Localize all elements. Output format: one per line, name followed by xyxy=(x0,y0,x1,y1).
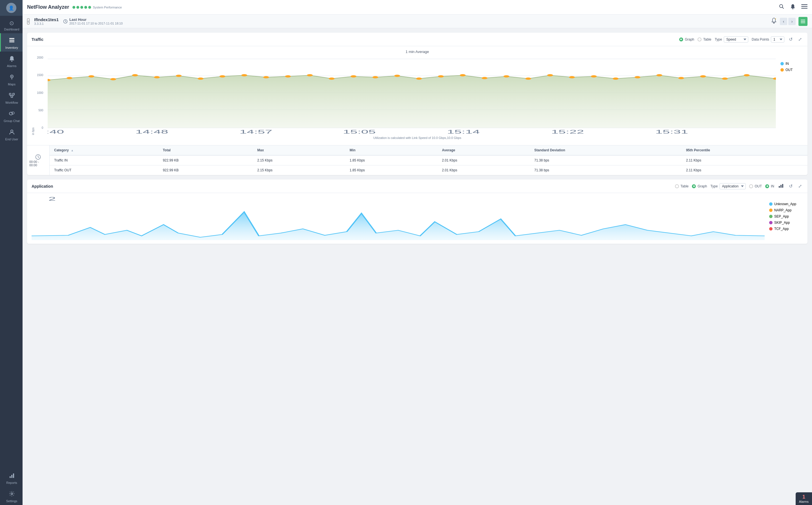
svg-point-9 xyxy=(9,112,13,115)
y-label-1000: 1000 xyxy=(37,91,43,95)
sort-arrow: ▲ xyxy=(71,149,74,152)
svg-rect-23 xyxy=(801,20,805,20)
legend-narp-app: NARP_App xyxy=(769,208,803,212)
svg-text:14:48: 14:48 xyxy=(135,129,168,135)
legend-unknown-dot xyxy=(769,202,773,206)
table-row: Traffic OUT 922.99 KB 2.15 Kbps 1.85 Kbp… xyxy=(49,165,807,175)
sidebar-item-reports[interactable]: Reports xyxy=(0,468,23,487)
in-radio[interactable] xyxy=(765,184,769,188)
inventory-icon xyxy=(9,37,15,45)
search-icon[interactable] xyxy=(779,4,784,11)
app-chart-wrapper: 2 xyxy=(31,196,765,241)
svg-rect-25 xyxy=(801,23,805,23)
app-title: NetFlow Analyzer xyxy=(27,4,69,10)
svg-point-54 xyxy=(526,77,531,80)
svg-point-34 xyxy=(89,75,95,77)
td-pct-in: 2.11 Kbps xyxy=(681,155,807,165)
sidebar-item-workflow[interactable]: Workflow xyxy=(0,88,23,107)
sidebar-item-label: Inventory xyxy=(5,46,18,49)
reports-icon xyxy=(9,472,15,480)
svg-point-39 xyxy=(197,77,204,80)
alarms-badge[interactable]: 1 Alarms xyxy=(796,492,812,505)
graph-radio-group: Graph xyxy=(679,37,694,41)
svg-point-37 xyxy=(154,76,160,78)
svg-point-38 xyxy=(176,75,182,77)
svg-point-61 xyxy=(678,77,684,79)
app-expand-button[interactable]: ⤢ xyxy=(797,183,803,189)
svg-point-60 xyxy=(656,74,662,76)
traffic-title: Traffic xyxy=(31,37,676,42)
sidebar-item-dashboard[interactable]: ⊙ Dashboard xyxy=(0,16,23,33)
alert-settings-icon[interactable] xyxy=(771,17,777,25)
app-type-select[interactable]: Application Protocol Port xyxy=(719,183,746,189)
svg-point-50 xyxy=(438,75,444,77)
sidebar-item-end-user[interactable]: End User xyxy=(0,125,23,143)
svg-text:14:57: 14:57 xyxy=(240,129,272,135)
time-label: Last Hour xyxy=(70,17,123,22)
sidebar-item-maps[interactable]: Maps xyxy=(0,70,23,88)
graph-radio[interactable] xyxy=(679,37,683,41)
expand-button[interactable]: ⤢ xyxy=(797,36,803,42)
svg-point-15 xyxy=(11,493,13,495)
data-points-label: Data Points xyxy=(752,37,769,41)
action-menu-button[interactable] xyxy=(799,17,807,26)
back-button[interactable]: ‹ xyxy=(27,18,30,24)
svg-point-42 xyxy=(263,76,269,78)
td-avg-out: 2.01 Kbps xyxy=(438,165,530,175)
svg-point-46 xyxy=(351,75,357,77)
legend-in-label: IN xyxy=(786,62,789,66)
td-total-in: 922.99 KB xyxy=(158,155,253,165)
app-type-select-group: Type Application Protocol Port xyxy=(710,183,746,189)
svg-text:15:31: 15:31 xyxy=(655,129,688,135)
y-axis: 2000 1500 1000 500 0 xyxy=(37,56,43,135)
svg-point-44 xyxy=(307,74,313,76)
legend-in-dot xyxy=(781,62,784,65)
svg-point-41 xyxy=(241,74,247,76)
app-graph-radio[interactable] xyxy=(692,184,696,188)
svg-rect-1 xyxy=(9,40,14,41)
sidebar-item-inventory[interactable]: Inventory xyxy=(0,33,23,51)
user-avatar-container: 👤 xyxy=(0,0,23,16)
in-label: IN xyxy=(771,184,774,188)
svg-point-48 xyxy=(394,75,400,77)
dashboard-icon: ⊙ xyxy=(9,20,14,26)
app-graph-label: Graph xyxy=(697,184,707,188)
app-table-radio[interactable] xyxy=(675,184,679,188)
svg-point-57 xyxy=(591,75,597,77)
hamburger-icon[interactable] xyxy=(801,4,807,10)
app-bar-chart-icon[interactable] xyxy=(778,183,784,189)
th-max: Max xyxy=(253,145,346,155)
time-clock-icon xyxy=(35,154,41,160)
svg-text:14:40: 14:40 xyxy=(48,129,64,135)
main-content: NetFlow Analyzer System Performance xyxy=(23,0,812,505)
svg-point-55 xyxy=(547,74,553,76)
legend-skip-dot xyxy=(769,221,773,224)
type-label: Type xyxy=(715,37,722,41)
time-range-text: 2017-11-01 17:10 to 2017-11-01 18:10 xyxy=(70,22,123,25)
refresh-button[interactable]: ↺ xyxy=(788,36,794,42)
table-radio[interactable] xyxy=(697,37,701,41)
avatar[interactable]: 👤 xyxy=(6,3,16,13)
bell-icon[interactable] xyxy=(790,4,796,11)
svg-rect-7 xyxy=(13,93,14,95)
out-radio[interactable] xyxy=(749,184,753,188)
th-category[interactable]: Category ▲ xyxy=(49,145,158,155)
th-average: Average xyxy=(438,145,530,155)
sidebar-item-group-chat[interactable]: Group Chat xyxy=(0,107,23,125)
svg-point-52 xyxy=(482,77,488,79)
svg-marker-31 xyxy=(48,75,776,128)
next-button[interactable]: › xyxy=(788,18,796,25)
traffic-section-header: Traffic Graph Table Type Speed Volume Ut… xyxy=(27,33,807,46)
chart-inner: 14:40 14:48 14:57 15:05 15:14 15:22 15:3… xyxy=(48,56,776,135)
prev-button[interactable]: ‹ xyxy=(780,18,787,25)
data-points-select[interactable]: 1 5 10 xyxy=(771,36,784,42)
sidebar-item-alarms[interactable]: Alarms xyxy=(0,51,23,70)
svg-point-64 xyxy=(744,74,750,76)
type-select[interactable]: Speed Volume Utilization xyxy=(724,36,748,42)
content-area: Traffic Graph Table Type Speed Volume Ut… xyxy=(23,28,812,505)
sidebar-item-settings[interactable]: Settings xyxy=(0,487,23,505)
legend-unknown-app: Unknown_App xyxy=(769,202,803,206)
status-dot-1 xyxy=(73,6,75,9)
app-refresh-button[interactable]: ↺ xyxy=(788,183,794,189)
svg-point-10 xyxy=(12,112,14,114)
